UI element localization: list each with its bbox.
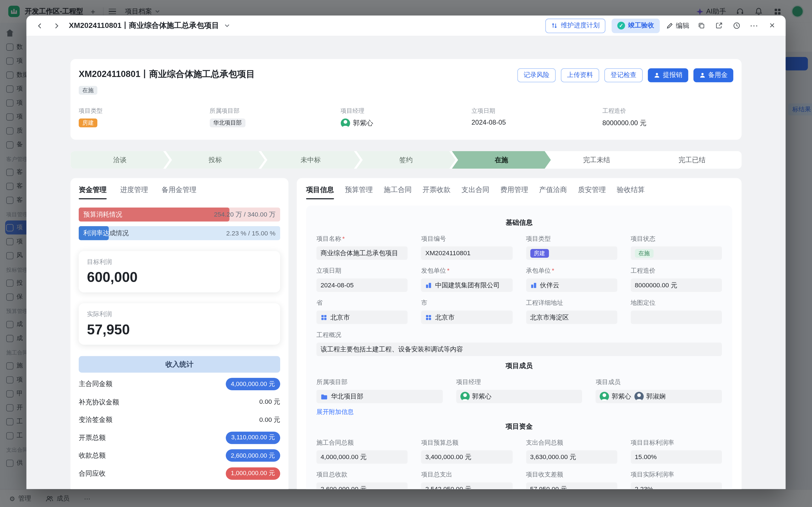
project-info-form: 基础信息 项目名称* 商业综合体施工总承包项目 项目编号 XM202411080… [306, 206, 733, 489]
copy-icon[interactable] [696, 20, 707, 31]
field-start-date: 立项日期 2024-08-05 [316, 267, 408, 292]
upload-files-button[interactable]: 上传资料 [561, 68, 599, 82]
stage-item[interactable]: 在施 [452, 151, 551, 169]
submit-expense-button[interactable]: 提报销 [648, 68, 688, 82]
owner-unit-input[interactable]: 中国建筑集团有限公司 [421, 278, 512, 292]
building-icon [425, 282, 432, 288]
avatar [340, 118, 350, 128]
project-cost-input[interactable]: 8000000.00 元 [631, 278, 722, 292]
funds-panel: 资金管理进度管理备用金管理 预算消耗情况 预算消耗情况 254.20 万 / 3… [70, 178, 289, 489]
tab[interactable]: 资金管理 [79, 185, 107, 200]
stage-item[interactable]: 签约 [357, 151, 456, 169]
amount-row: 合同应收 1,000,000.00 元 [79, 464, 280, 482]
forward-button[interactable] [50, 19, 63, 32]
register-inspection-button[interactable]: 登记检查 [604, 68, 643, 82]
field-project-name: 项目名称* 商业综合体施工总承包项目 [316, 234, 408, 260]
region-grid-icon [321, 314, 327, 321]
department-tag: 华北项目部 [210, 118, 246, 127]
start-date-input[interactable]: 2024-08-05 [316, 278, 408, 292]
petty-cash-button[interactable]: 备用金 [693, 68, 733, 82]
stage-item[interactable]: 完工已结 [643, 151, 742, 169]
amount-row: 变洽签金额 0.00 元 [79, 411, 280, 429]
field-project-members: 项目成员 郭紫心 郭淑娴 [596, 378, 722, 417]
tab[interactable]: 项目信息 [306, 185, 334, 200]
tab[interactable]: 质安管理 [578, 185, 606, 200]
history-clock-icon[interactable] [731, 20, 742, 31]
province-input[interactable]: 北京市 [316, 311, 408, 324]
amount-row: 主合同金额 4,000,000.00 元 [79, 375, 280, 393]
title-dropdown-icon[interactable] [224, 23, 230, 29]
city-input[interactable]: 北京市 [421, 311, 512, 324]
tab[interactable]: 进度管理 [120, 185, 148, 200]
fund-value-input[interactable]: 57,950.00 元 [526, 483, 617, 489]
member-chip: 郭淑娴 [634, 392, 665, 401]
department-input[interactable]: 华北项目部 [316, 390, 442, 403]
project-name-input[interactable]: 商业综合体施工总承包项目 [316, 246, 408, 260]
field-owner-unit: 发包单位* 中国建筑集团有限公司 [421, 267, 512, 292]
tab[interactable]: 费用管理 [500, 185, 528, 200]
back-button[interactable] [34, 19, 46, 32]
fund-value-input[interactable]: 3,400,000.00 元 [421, 450, 512, 464]
field-project-code: 项目编号 XM2024110801 [421, 234, 512, 260]
section-title-basic: 基础信息 [316, 218, 722, 227]
folder-icon [321, 393, 328, 400]
share-icon[interactable] [713, 20, 724, 31]
project-status-input[interactable]: 在施 [631, 246, 722, 260]
field-map-location: 地图定位 [631, 299, 722, 324]
stage-item[interactable]: 洽谈 [70, 151, 170, 169]
fund-value-input[interactable]: 2,542,050.00 元 [421, 483, 512, 489]
avatar [600, 392, 609, 401]
amount-row-list: 主合同金额 4,000,000.00 元 补充协议金额 0.00 元 变洽签金额… [79, 375, 280, 483]
more-actions-icon[interactable]: ⋯ [748, 20, 760, 31]
edit-button[interactable]: 编辑 [666, 21, 689, 30]
field-project-manager: 项目经理 郭紫心 [456, 378, 582, 417]
profit-rate-bar: 利润率达成情况 利润率达成情况 2.23 % / 15.00 % [79, 226, 280, 240]
expand-extra-info-link[interactable]: 展开附加信息 [316, 408, 354, 416]
avatar [634, 392, 644, 401]
person-icon [653, 72, 660, 79]
project-manager-input[interactable]: 郭紫心 [456, 390, 582, 403]
field-project-type: 项目类型 房建 [526, 234, 617, 260]
field-project-status: 项目状态 在施 [631, 234, 722, 260]
field-project-overview: 工程概况 该工程主要包括土建工程、设备安装和调试等内容 [316, 331, 722, 356]
tab[interactable]: 施工合同 [384, 185, 412, 200]
project-code-input[interactable]: XM2024110801 [421, 246, 512, 260]
address-input[interactable]: 北京市海淀区 [526, 311, 617, 324]
stage-item[interactable]: 完工未结 [547, 151, 646, 169]
fund-value-input[interactable]: 3,630,000.00 元 [526, 450, 617, 464]
project-members-input[interactable]: 郭紫心 郭淑娴 [596, 390, 722, 403]
tab[interactable]: 预算管理 [345, 185, 373, 200]
project-type-tag: 房建 [530, 249, 549, 258]
tab[interactable]: 产值洽商 [539, 185, 567, 200]
project-type-input[interactable]: 房建 [526, 246, 617, 260]
field-contractor-unit: 承包单位* 伙伴云 [526, 267, 617, 292]
fund-field: 项目目标利润率 15.00% [631, 439, 722, 464]
tab[interactable]: 备用金管理 [162, 185, 197, 200]
modal-header: XM2024110801丨商业综合体施工总承包项目 维护进度计划 ✓ 竣工验收 … [26, 15, 786, 36]
project-detail-modal: XM2024110801丨商业综合体施工总承包项目 维护进度计划 ✓ 竣工验收 … [26, 15, 786, 489]
modal-body: XM2024110801丨商业综合体施工总承包项目 在施 记录风险 上传资料 登… [26, 36, 786, 489]
actual-profit-card: 实际利润 57,950 [79, 303, 280, 345]
fund-value-input[interactable]: 4,000,000.00 元 [316, 450, 408, 464]
record-risk-button[interactable]: 记录风险 [518, 68, 556, 82]
maintain-schedule-button[interactable]: 维护进度计划 [545, 18, 605, 33]
contractor-unit-input[interactable]: 伙伴云 [526, 278, 617, 292]
tab[interactable]: 验收结算 [617, 185, 645, 200]
stage-item[interactable]: 未中标 [261, 151, 360, 169]
close-icon[interactable]: × [766, 19, 778, 32]
fund-field: 项目实际利润率 2.23% [631, 470, 722, 489]
tab[interactable]: 开票收款 [423, 185, 450, 200]
fund-field: 项目总收款 2,600,000.00 元 [316, 470, 408, 489]
completion-acceptance-button[interactable]: ✓ 竣工验收 [612, 18, 660, 33]
amount-row: 开票总额 3,110,000.00 元 [79, 429, 280, 447]
income-stats-button[interactable]: 收入统计 [79, 356, 280, 373]
building-icon [530, 282, 537, 288]
map-location-input[interactable] [631, 311, 722, 324]
tab[interactable]: 支出合同 [461, 185, 489, 200]
fund-value-input[interactable]: 2.23% [631, 483, 722, 489]
fund-value-input[interactable]: 15.00% [631, 450, 722, 464]
fund-value-input[interactable]: 2,600,000.00 元 [316, 483, 408, 489]
stage-item[interactable]: 投标 [166, 151, 265, 169]
project-overview-input[interactable]: 该工程主要包括土建工程、设备安装和调试等内容 [316, 343, 722, 356]
hero-field-department: 所属项目部 华北项目部 [210, 107, 340, 128]
